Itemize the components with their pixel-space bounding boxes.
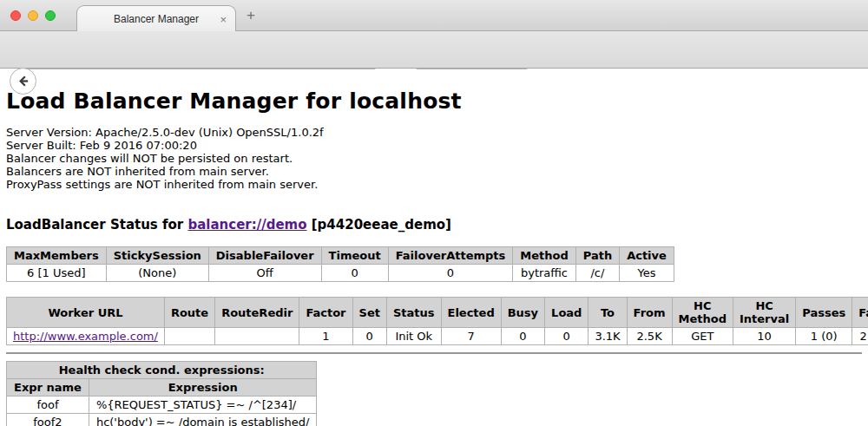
cell-routeredir (215, 328, 299, 345)
col-busy: Busy (501, 298, 544, 328)
inherit-notice-line: Balancers are NOT inherited from main se… (6, 165, 868, 178)
cell-method: bytraffic (513, 265, 575, 282)
window-titlebar: Balancer Manager × + (0, 0, 868, 31)
cell-expr-name: foof2 (7, 414, 89, 426)
persist-notice-line: Balancer changes will NOT be persisted o… (6, 152, 868, 165)
table-header-row: Expr name Expression (7, 379, 317, 397)
server-built-line: Server Built: Feb 9 2016 07:00:20 (6, 139, 868, 152)
col-elected: Elected (441, 298, 501, 328)
cell-active: Yes (620, 265, 674, 282)
cell-status: Init Ok (386, 328, 441, 345)
cell-elected: 7 (441, 328, 501, 345)
server-version-line: Server Version: Apache/2.5.0-dev (Unix) … (6, 126, 868, 139)
status-heading-prefix: LoadBalancer Status for (6, 217, 187, 233)
tab-balancer-manager[interactable]: Balancer Manager × (76, 5, 236, 32)
tab-title: Balancer Manager (114, 13, 199, 25)
col-passes: Passes (796, 298, 852, 328)
cell-fails: 2 (0) (852, 328, 868, 345)
navigation-toolbar: ▾ (0, 31, 868, 69)
col-to: To (589, 298, 627, 328)
page-body: Load Balancer Manager for localhost Serv… (0, 69, 868, 426)
col-hc-interval: HC Interval (733, 298, 795, 328)
table-header-row: MaxMembers StickySession DisableFailover… (7, 247, 674, 265)
col-disablefailover: DisableFailover (208, 247, 321, 265)
new-tab-button[interactable]: + (247, 7, 255, 24)
col-hc-method: HC Method (672, 298, 733, 328)
col-factor: Factor (299, 298, 352, 328)
col-routeredir: RouteRedir (215, 298, 299, 328)
table-row: http://www.example.com/ 1 0 Init Ok 7 0 … (7, 328, 868, 345)
balancer-settings-table: MaxMembers StickySession DisableFailover… (6, 246, 674, 282)
table-title-row: Health check cond. expressions: (7, 362, 317, 379)
col-load: Load (545, 298, 589, 328)
status-heading-suffix: [p4420eeae_demo] (307, 217, 451, 233)
col-expr-name: Expr name (7, 379, 89, 397)
col-stickysession: StickySession (106, 247, 208, 265)
cell-from: 2.5K (627, 328, 672, 345)
col-route: Route (164, 298, 214, 328)
health-table-title: Health check cond. expressions: (7, 362, 317, 379)
cell-expression: hc('body') =~ /domain is established/ (89, 414, 317, 426)
col-fails: Fails (852, 298, 868, 328)
cell-maxmembers: 6 [1 Used] (7, 265, 107, 282)
cell-load: 0 (545, 328, 589, 345)
worker-status-table: Worker URL Route RouteRedir Factor Set S… (6, 297, 868, 345)
col-from: From (627, 298, 672, 328)
col-status: Status (386, 298, 441, 328)
window-minimize-button[interactable] (28, 10, 38, 21)
cell-set: 0 (352, 328, 386, 345)
cell-hc-method: GET (672, 328, 733, 345)
table-row: 6 [1 Used] (None) Off 0 0 bytraffic /c/ … (7, 265, 674, 282)
table-header-row: Worker URL Route RouteRedir Factor Set S… (7, 298, 868, 328)
table-row: foof2 hc('body') =~ /domain is establish… (7, 414, 317, 426)
cell-to: 3.1K (589, 328, 627, 345)
col-worker-url: Worker URL (7, 298, 165, 328)
cell-busy: 0 (501, 328, 544, 345)
col-timeout: Timeout (321, 247, 388, 265)
col-active: Active (620, 247, 674, 265)
col-expression: Expression (89, 379, 317, 397)
cell-disablefailover: Off (208, 265, 321, 282)
server-info: Server Version: Apache/2.5.0-dev (Unix) … (6, 126, 868, 191)
cell-expression: %{REQUEST_STATUS} =~ /^[234]/ (89, 397, 317, 414)
cell-factor: 1 (299, 328, 352, 345)
close-tab-icon[interactable]: × (220, 13, 227, 26)
col-maxmembers: MaxMembers (7, 247, 107, 265)
section-divider (6, 352, 862, 354)
window-zoom-button[interactable] (45, 10, 56, 21)
col-set: Set (352, 298, 386, 328)
cell-worker-url: http://www.example.com/ (7, 328, 165, 345)
cell-stickysession: (None) (106, 265, 208, 282)
col-method: Method (513, 247, 575, 265)
cell-hc-interval: 10 (733, 328, 795, 345)
col-failoverattempts: FailoverAttempts (388, 247, 513, 265)
cell-failoverattempts: 0 (388, 265, 513, 282)
page-title: Load Balancer Manager for localhost (6, 88, 868, 114)
back-button[interactable] (10, 68, 36, 95)
table-row: foof %{REQUEST_STATUS} =~ /^[234]/ (7, 397, 317, 414)
health-check-table: Health check cond. expressions: Expr nam… (6, 361, 317, 426)
cell-passes: 1 (0) (796, 328, 852, 345)
cell-timeout: 0 (321, 265, 388, 282)
cell-route (164, 328, 214, 345)
cell-expr-name: foof (7, 397, 89, 414)
proxypass-notice-line: ProxyPass settings are NOT inherited fro… (6, 178, 868, 191)
window-close-button[interactable] (10, 10, 21, 21)
worker-url-link[interactable]: http://www.example.com/ (13, 330, 158, 343)
balancer-status-heading: LoadBalancer Status for balancer://demo … (6, 217, 868, 233)
col-path: Path (575, 247, 619, 265)
cell-path: /c/ (575, 265, 619, 282)
balancer-demo-link[interactable]: balancer://demo (187, 217, 306, 233)
